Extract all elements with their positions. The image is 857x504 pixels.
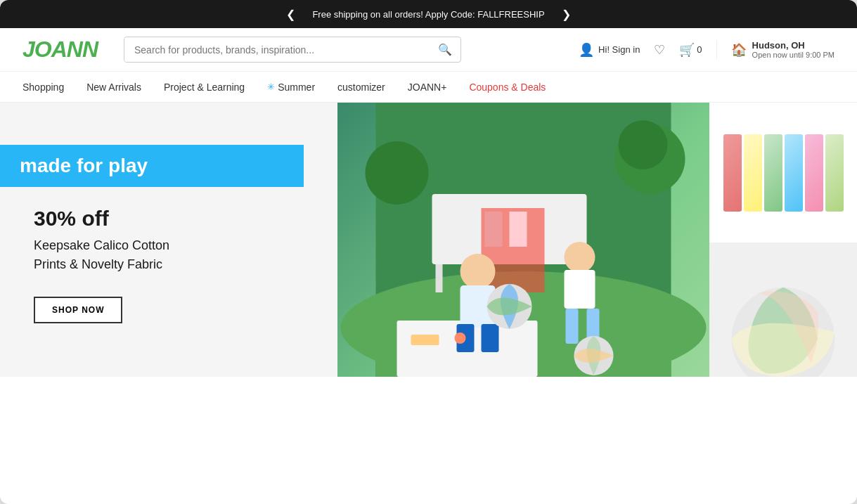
store-name: Hudson, OH <box>752 40 835 51</box>
header: JOANN 🔍 👤 Hi! Sign in ♡ 🛒 0 🏠 Huds <box>0 28 857 72</box>
logo[interactable]: JOANN <box>22 37 107 63</box>
store-hours: Open now until 9:00 PM <box>752 51 835 59</box>
heart-icon: ♡ <box>654 42 665 58</box>
nav-item-project-learning[interactable]: Project & Learning <box>164 72 245 103</box>
svg-rect-9 <box>510 212 527 247</box>
search-bar: 🔍 <box>124 37 461 63</box>
hero-fabric-rolls <box>709 103 857 243</box>
hero-banner: made for play <box>0 145 304 187</box>
fabric-roll-4 <box>785 134 803 212</box>
user-icon: 👤 <box>579 42 594 58</box>
nav-summer-label: Summer <box>278 82 315 93</box>
hero-left: made for play 30% off Keepsake Calico Co… <box>0 103 337 377</box>
svg-rect-19 <box>411 335 439 345</box>
svg-rect-15 <box>565 270 595 309</box>
svg-point-20 <box>455 332 466 344</box>
cart-icon: 🛒 <box>679 42 695 58</box>
cart-count: 0 <box>697 44 702 55</box>
hero-section: made for play 30% off Keepsake Calico Co… <box>0 103 857 377</box>
fabric-roll-5 <box>805 134 823 212</box>
svg-point-22 <box>366 141 429 205</box>
hero-image-panels <box>337 103 857 377</box>
summer-sparkle-icon: ✳ <box>267 82 275 92</box>
signin-link[interactable]: 👤 Hi! Sign in <box>579 42 640 58</box>
svg-point-24 <box>619 120 668 169</box>
nav-item-new-arrivals[interactable]: New Arrivals <box>86 72 141 103</box>
hero-product-line1: Keepsake Calico Cotton <box>34 238 169 252</box>
fabric-roll-1 <box>723 134 742 212</box>
store-icon: 🏠 <box>731 42 747 58</box>
hero-product-name: Keepsake Calico Cotton Prints & Novelty … <box>34 236 304 274</box>
fabric-roll-3 <box>764 134 782 212</box>
svg-rect-8 <box>485 212 503 247</box>
fabric-roll-6 <box>825 134 844 212</box>
hero-main-image <box>337 103 709 377</box>
search-button[interactable]: 🔍 <box>430 37 460 62</box>
svg-rect-5 <box>436 264 443 292</box>
main-nav: Shopping New Arrivals Project & Learning… <box>0 72 857 103</box>
fabric-roll-2 <box>744 134 762 212</box>
wishlist-link[interactable]: ♡ <box>654 42 665 58</box>
fabric-roll-strip <box>719 105 848 240</box>
svg-point-10 <box>460 254 496 289</box>
cart-link[interactable]: 🛒 0 <box>679 42 702 58</box>
hero-side-bottom <box>709 243 857 377</box>
search-icon: 🔍 <box>438 44 452 56</box>
announcement-bar: ❮ Free shipping on all orders! Apply Cod… <box>0 0 857 28</box>
announcement-next-button[interactable]: ❯ <box>556 5 576 24</box>
hero-side-panel <box>709 103 857 377</box>
store-text: Hudson, OH Open now until 9:00 PM <box>752 40 835 59</box>
nav-item-joann-plus[interactable]: JOANN+ <box>408 72 447 103</box>
svg-point-14 <box>565 242 595 273</box>
shop-now-button[interactable]: SHOP NOW <box>34 297 122 323</box>
nav-item-coupons[interactable]: Coupons & Deals <box>469 72 546 103</box>
header-actions: 👤 Hi! Sign in ♡ 🛒 0 🏠 Hudson, OH Open no… <box>579 40 835 59</box>
hero-product-line2: Prints & Novelty Fabric <box>34 257 162 271</box>
browser-frame: ❮ Free shipping on all orders! Apply Cod… <box>0 0 857 504</box>
signin-label: Hi! Sign in <box>598 44 640 55</box>
hero-discount: 30% off <box>34 207 304 231</box>
store-info[interactable]: 🏠 Hudson, OH Open now until 9:00 PM <box>716 40 835 59</box>
nav-item-shopping[interactable]: Shopping <box>22 72 64 103</box>
nav-item-customizer[interactable]: customizer <box>337 72 385 103</box>
hero-right <box>337 103 857 377</box>
svg-rect-13 <box>482 324 499 352</box>
announcement-prev-button[interactable]: ❮ <box>281 5 301 24</box>
search-input[interactable] <box>124 38 430 62</box>
svg-rect-16 <box>566 309 579 344</box>
nav-item-summer[interactable]: ✳ Summer <box>267 72 315 103</box>
announcement-text: Free shipping on all orders! Apply Code:… <box>312 9 544 20</box>
